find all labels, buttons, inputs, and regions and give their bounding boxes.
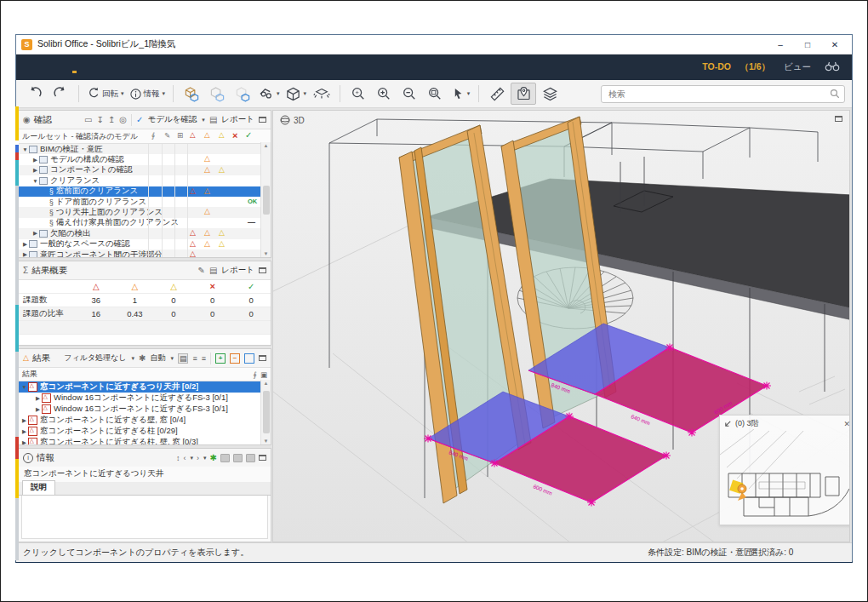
measure-tool-button[interactable] [485,83,509,104]
maximize-button[interactable]: □ [796,37,819,52]
box-selection-button[interactable]: ▾ [283,83,309,104]
copy-summary-icon[interactable]: ✎ [197,267,204,275]
result-row[interactable]: ▼ 窓コンポーネントに近すぎるつり天井 [0/2] [19,381,271,393]
footprint-map-button[interactable] [511,83,536,105]
critical-column-icon[interactable] [190,131,196,139]
tree-caret-icon[interactable]: ▶ [31,167,39,174]
layers-button[interactable] [538,83,562,104]
tree-caret-icon[interactable]: ▶ [20,428,28,435]
note-column-icon[interactable]: ✎ [164,131,170,140]
result-row[interactable]: ▶ 窓コンポーネントに近すぎる柱 [0/29] [19,426,271,437]
info-button[interactable]: 情報▾ [128,83,168,104]
auto-dropdown[interactable]: 自動 [150,353,165,364]
show-components-icon-button[interactable] [180,83,203,104]
rule-row[interactable]: ▶ 欠陥の検出 [19,228,271,238]
reject-issue-icon[interactable]: − [230,353,240,364]
check-model-button[interactable]: モデルを確認 [147,114,197,125]
rule-row[interactable]: ▶ 意匠コンポーネント間の干渉部分 [19,249,271,258]
rule-row[interactable]: つり天井上面のクリアランス [19,207,271,217]
lock-icon[interactable] [233,454,243,462]
maximize-panel-icon[interactable] [259,455,266,461]
rule-row[interactable]: ▼ BIMの検証・意匠 [19,144,271,154]
tree-caret-icon[interactable]: ▼ [20,384,28,390]
isolate-components-icon-button[interactable] [231,83,254,104]
search-input[interactable] [601,85,845,103]
maximize-panel-icon[interactable] [259,117,266,123]
export-icon[interactable]: ↥ [108,116,115,124]
record-icon[interactable]: ◎ [119,116,127,124]
rotate-button[interactable]: 回転▾ [85,83,126,104]
binoculars-icon[interactable] [825,60,840,75]
tree-caret-icon[interactable]: ▶ [34,395,42,402]
tree-caret-icon[interactable]: ▶ [21,251,29,258]
view-grouped-icon[interactable]: ▤ [178,353,189,364]
accept-issue-icon[interactable]: + [215,353,226,364]
moderate-column-icon[interactable] [204,131,210,139]
prev-icon[interactable]: ‹ [184,454,186,462]
view-list-icon[interactable]: ≡ [192,354,197,363]
zoom-fit-button[interactable] [346,83,370,104]
pick-tool-button[interactable]: ▾ [448,83,472,104]
report-icon[interactable]: ▤ [209,116,217,124]
close-button[interactable]: ✕ [823,37,847,52]
lock-icon[interactable] [246,454,255,462]
zoom-window-button[interactable] [423,83,447,104]
filter-dropdown[interactable]: フィルタ処理なし [64,353,126,364]
fit-view-button[interactable] [310,83,334,104]
redo-button[interactable] [49,83,72,104]
tab-description[interactable]: 説明 [22,480,55,495]
result-row[interactable]: ▶ 窓コンポーネントに近すぎる壁, 窓 [0/4] [19,415,271,426]
tree-caret-icon[interactable]: ▼ [31,178,39,184]
maximize-panel-icon[interactable] [259,267,266,273]
attachment-column-icon[interactable]: ∮ [151,131,155,140]
view-menu[interactable]: ビュー [784,61,811,73]
rule-row[interactable]: ドア前面のクリアランス [19,197,271,207]
floorplan-minimap[interactable]: (0) 3階 ✕ [719,415,850,525]
rejected-column-icon[interactable] [232,131,237,140]
settings-gear-icon[interactable]: ✱ [210,453,217,462]
result-row[interactable]: ▶ Window 16コンポーネントに近すぎるFS-3 [0/1] [19,404,271,415]
result-row[interactable]: ▶ 窓コンポーネントに近すぎる柱, 壁, 窓 [0/3] [19,437,271,445]
zoom-in-button[interactable] [372,83,396,104]
tree-caret-icon[interactable]: ▶ [31,157,39,163]
rule-row[interactable]: ▼ クリアランス [19,175,271,186]
table-column-icon[interactable]: ⊞ [177,131,183,140]
result-row[interactable]: ▶ Window 16コンポーネントに近すぎるFS-3 [0/1] [19,393,271,404]
next-icon[interactable]: › [197,454,199,462]
lock-icon[interactable] [220,454,230,462]
view-flat-icon[interactable]: ≡ [202,354,206,363]
hide-components-icon-button[interactable] [205,83,229,104]
visibility-options-button[interactable]: ▾ [256,83,282,104]
undo-button[interactable] [23,83,47,104]
expand-minimap-icon[interactable] [724,420,732,427]
tree-caret-icon[interactable]: ▶ [20,417,28,424]
todo-button[interactable]: TO-DO （1/6） [702,61,770,73]
tree-caret-icon[interactable]: ▶ [21,241,29,248]
results-scrollbar[interactable]: ▲▼ [260,380,271,444]
lock-issue-icon[interactable] [244,353,254,364]
sort-icon[interactable]: ↕ [176,454,180,462]
rule-row[interactable]: 備え付け家具前面のクリアランス [19,218,271,228]
rule-row[interactable]: ▶ モデルの構成の確認 [19,154,271,164]
accepted-column-icon[interactable] [245,131,252,140]
3d-viewer[interactable]: 階段 101 [272,110,850,542]
zoom-out-button[interactable] [397,83,421,104]
tree-caret-icon[interactable]: ▶ [31,230,39,237]
check-model-icon[interactable]: ✓ [136,115,143,124]
open-ruleset-icon[interactable]: ▭ [84,116,92,124]
attachment-column-icon[interactable]: ∮ [254,370,257,379]
rule-row[interactable]: 窓前面のクリアランス [19,186,271,197]
minimize-button[interactable]: – [768,37,792,52]
rule-row[interactable]: ▶ 一般的なスペースの確認 [19,239,271,249]
rule-row[interactable]: ▶ コンポーネントの確認 [19,165,271,175]
minimap-plan[interactable] [720,429,850,523]
maximize-viewer-icon[interactable] [835,116,842,122]
ruleset-scrollbar[interactable]: ▲▼ [260,142,271,257]
low-column-icon[interactable] [219,131,225,139]
import-icon[interactable]: ↧ [97,116,104,124]
tree-caret-icon[interactable]: ▶ [34,406,42,413]
report-icon[interactable]: ▤ [209,267,217,275]
tree-caret-icon[interactable]: ▶ [20,439,28,446]
report-button[interactable]: レポート [221,114,254,125]
tree-caret-icon[interactable]: ▼ [21,146,29,152]
